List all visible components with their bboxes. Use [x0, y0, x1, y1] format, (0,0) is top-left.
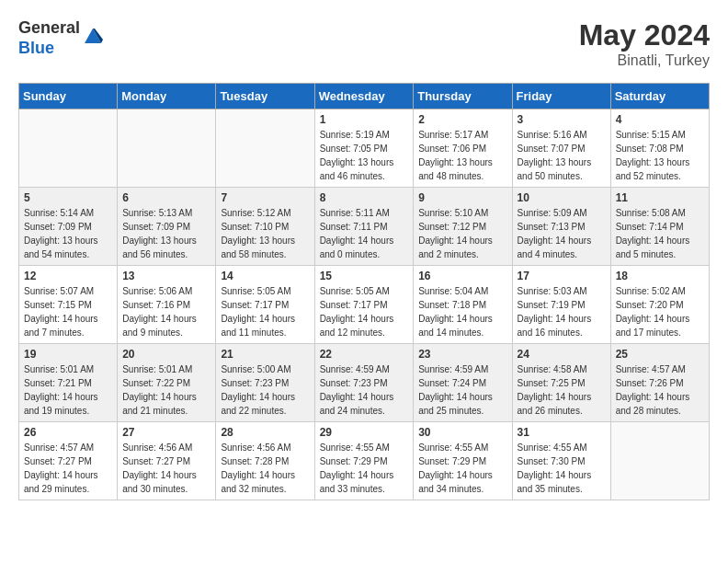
day-number: 2: [418, 113, 506, 126]
table-row: 6Sunrise: 5:13 AMSunset: 7:09 PMDaylight…: [118, 188, 216, 266]
day-number: 9: [418, 191, 506, 204]
day-number: 19: [24, 348, 112, 361]
day-info: Sunrise: 5:01 AMSunset: 7:21 PMDaylight:…: [24, 362, 112, 418]
table-row: 5Sunrise: 5:14 AMSunset: 7:09 PMDaylight…: [19, 188, 118, 266]
day-info: Sunrise: 4:57 AMSunset: 7:27 PMDaylight:…: [24, 441, 112, 496]
day-number: 11: [616, 191, 704, 204]
day-info: Sunrise: 4:57 AMSunset: 7:26 PMDaylight:…: [616, 362, 704, 418]
table-row: 11Sunrise: 5:08 AMSunset: 7:14 PMDayligh…: [610, 188, 709, 266]
table-row: 13Sunrise: 5:06 AMSunset: 7:16 PMDayligh…: [118, 266, 216, 344]
col-wednesday: Wednesday: [314, 84, 414, 109]
table-row: 20Sunrise: 5:01 AMSunset: 7:22 PMDayligh…: [118, 344, 216, 422]
table-row: 16Sunrise: 5:04 AMSunset: 7:18 PMDayligh…: [414, 266, 512, 344]
table-row: 28Sunrise: 4:56 AMSunset: 7:28 PMDayligh…: [216, 422, 314, 500]
table-row: 10Sunrise: 5:09 AMSunset: 7:13 PMDayligh…: [512, 188, 610, 266]
day-number: 13: [122, 270, 210, 282]
calendar-week-row: 26Sunrise: 4:57 AMSunset: 7:27 PMDayligh…: [19, 422, 710, 500]
day-number: 3: [518, 113, 606, 126]
day-number: 1: [320, 113, 409, 126]
table-row: 27Sunrise: 4:56 AMSunset: 7:27 PMDayligh…: [118, 422, 216, 500]
col-monday: Monday: [118, 84, 216, 109]
table-row: [216, 109, 314, 188]
day-number: 30: [418, 426, 506, 439]
table-row: 17Sunrise: 5:03 AMSunset: 7:19 PMDayligh…: [512, 266, 610, 344]
day-info: Sunrise: 5:02 AMSunset: 7:20 PMDaylight:…: [616, 284, 704, 339]
col-sunday: Sunday: [19, 84, 118, 109]
table-row: [610, 422, 709, 500]
calendar-table: Sunday Monday Tuesday Wednesday Thursday…: [18, 83, 710, 500]
day-info: Sunrise: 5:14 AMSunset: 7:09 PMDaylight:…: [24, 206, 112, 261]
table-row: 7Sunrise: 5:12 AMSunset: 7:10 PMDaylight…: [216, 188, 314, 266]
table-row: 22Sunrise: 4:59 AMSunset: 7:23 PMDayligh…: [314, 344, 414, 422]
day-info: Sunrise: 5:03 AMSunset: 7:19 PMDaylight:…: [518, 284, 606, 339]
day-info: Sunrise: 5:19 AMSunset: 7:05 PMDaylight:…: [320, 128, 409, 183]
day-info: Sunrise: 5:05 AMSunset: 7:17 PMDaylight:…: [320, 284, 409, 339]
day-number: 15: [320, 270, 409, 282]
day-info: Sunrise: 5:16 AMSunset: 7:07 PMDaylight:…: [518, 128, 606, 183]
day-number: 31: [518, 426, 606, 439]
day-info: Sunrise: 4:59 AMSunset: 7:24 PMDaylight:…: [418, 362, 506, 418]
day-number: 5: [24, 191, 112, 204]
day-info: Sunrise: 5:15 AMSunset: 7:08 PMDaylight:…: [616, 128, 704, 183]
calendar-week-row: 12Sunrise: 5:07 AMSunset: 7:15 PMDayligh…: [19, 266, 710, 344]
table-row: [19, 109, 118, 188]
day-number: 27: [122, 426, 210, 439]
day-number: 23: [418, 348, 506, 361]
day-number: 28: [221, 426, 309, 439]
day-info: Sunrise: 5:17 AMSunset: 7:06 PMDaylight:…: [418, 128, 506, 183]
logo: General Blue: [18, 18, 103, 58]
day-info: Sunrise: 4:55 AMSunset: 7:29 PMDaylight:…: [418, 441, 506, 496]
page-header: General Blue May 2024 Binatli, Turkey: [18, 18, 710, 69]
day-number: 14: [221, 270, 309, 282]
table-row: 15Sunrise: 5:05 AMSunset: 7:17 PMDayligh…: [314, 266, 414, 344]
col-saturday: Saturday: [610, 84, 709, 109]
table-row: 24Sunrise: 4:58 AMSunset: 7:25 PMDayligh…: [512, 344, 610, 422]
col-thursday: Thursday: [414, 84, 512, 109]
day-number: 18: [616, 270, 704, 282]
table-row: 2Sunrise: 5:17 AMSunset: 7:06 PMDaylight…: [414, 109, 512, 188]
logo-general: General: [18, 18, 80, 39]
table-row: 19Sunrise: 5:01 AMSunset: 7:21 PMDayligh…: [19, 344, 118, 422]
day-info: Sunrise: 5:13 AMSunset: 7:09 PMDaylight:…: [122, 206, 210, 261]
day-info: Sunrise: 4:56 AMSunset: 7:27 PMDaylight:…: [122, 441, 210, 496]
day-info: Sunrise: 4:55 AMSunset: 7:30 PMDaylight:…: [518, 441, 606, 496]
day-info: Sunrise: 4:59 AMSunset: 7:23 PMDaylight:…: [320, 362, 409, 418]
table-row: 31Sunrise: 4:55 AMSunset: 7:30 PMDayligh…: [512, 422, 610, 500]
day-number: 24: [518, 348, 606, 361]
day-info: Sunrise: 5:09 AMSunset: 7:13 PMDaylight:…: [518, 206, 606, 261]
day-number: 20: [122, 348, 210, 361]
day-number: 21: [221, 348, 309, 361]
calendar-week-row: 19Sunrise: 5:01 AMSunset: 7:21 PMDayligh…: [19, 344, 710, 422]
day-number: 12: [24, 270, 112, 282]
day-info: Sunrise: 5:01 AMSunset: 7:22 PMDaylight:…: [122, 362, 210, 418]
table-row: 1Sunrise: 5:19 AMSunset: 7:05 PMDaylight…: [314, 109, 414, 188]
day-number: 16: [418, 270, 506, 282]
table-row: 9Sunrise: 5:10 AMSunset: 7:12 PMDaylight…: [414, 188, 512, 266]
day-number: 26: [24, 426, 112, 439]
day-info: Sunrise: 5:10 AMSunset: 7:12 PMDaylight:…: [418, 206, 506, 261]
table-row: 29Sunrise: 4:55 AMSunset: 7:29 PMDayligh…: [314, 422, 414, 500]
title-block: May 2024 Binatli, Turkey: [579, 18, 710, 69]
logo-icon: [83, 25, 103, 45]
day-info: Sunrise: 5:11 AMSunset: 7:11 PMDaylight:…: [320, 206, 409, 261]
day-info: Sunrise: 5:12 AMSunset: 7:10 PMDaylight:…: [221, 206, 309, 261]
month-title: May 2024: [579, 18, 710, 52]
col-friday: Friday: [512, 84, 610, 109]
day-number: 6: [122, 191, 210, 204]
table-row: 23Sunrise: 4:59 AMSunset: 7:24 PMDayligh…: [414, 344, 512, 422]
table-row: 4Sunrise: 5:15 AMSunset: 7:08 PMDaylight…: [610, 109, 709, 188]
day-info: Sunrise: 5:00 AMSunset: 7:23 PMDaylight:…: [221, 362, 309, 418]
calendar-week-row: 1Sunrise: 5:19 AMSunset: 7:05 PMDaylight…: [19, 109, 710, 188]
table-row: 12Sunrise: 5:07 AMSunset: 7:15 PMDayligh…: [19, 266, 118, 344]
table-row: 18Sunrise: 5:02 AMSunset: 7:20 PMDayligh…: [610, 266, 709, 344]
day-number: 22: [320, 348, 409, 361]
day-info: Sunrise: 5:08 AMSunset: 7:14 PMDaylight:…: [616, 206, 704, 261]
table-row: 30Sunrise: 4:55 AMSunset: 7:29 PMDayligh…: [414, 422, 512, 500]
table-row: [118, 109, 216, 188]
day-number: 4: [616, 113, 704, 126]
day-number: 8: [320, 191, 409, 204]
day-number: 25: [616, 348, 704, 361]
day-info: Sunrise: 5:06 AMSunset: 7:16 PMDaylight:…: [122, 284, 210, 339]
table-row: 14Sunrise: 5:05 AMSunset: 7:17 PMDayligh…: [216, 266, 314, 344]
col-tuesday: Tuesday: [216, 84, 314, 109]
